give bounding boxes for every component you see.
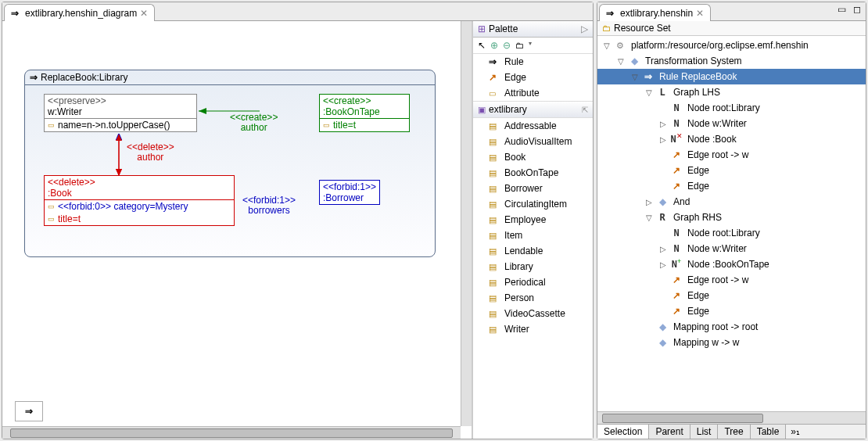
bottom-tab-parent[interactable]: Parent [649, 425, 690, 439]
tree-label: Edge [685, 164, 712, 177]
tree-row[interactable]: ▷And [597, 194, 866, 210]
editor-tabbar: extlibrary.henshin_diagram ✕ [2, 2, 593, 21]
palette-class-writer[interactable]: Writer [473, 321, 593, 337]
tree-row[interactable]: Edge [597, 288, 866, 303]
tree-label: And [671, 195, 692, 208]
attr-category: <<forbid:0>> category=Mystery [58, 201, 188, 212]
model-tree[interactable]: ▽platform:/resource/org.eclipse.emf.hens… [597, 36, 866, 411]
horizontal-scrollbar[interactable] [2, 426, 461, 439]
tree-row[interactable]: Edge [597, 303, 866, 319]
tab-diagram[interactable]: extlibrary.henshin_diagram ✕ [4, 4, 155, 21]
tree-horizontal-scrollbar[interactable] [597, 411, 866, 424]
diagram-canvas[interactable]: ReplaceBook:Library <<preserve>> w:Write… [2, 21, 472, 439]
tree-row[interactable]: Edge root -> w [597, 272, 866, 288]
tree-row[interactable]: ▽Rule ReplaceBook [597, 69, 866, 84]
node-label: :Book [48, 188, 231, 199]
palette-collapse-icon[interactable]: ▷ [581, 23, 588, 34]
palette-tool-edge[interactable]: Edge [473, 70, 593, 85]
tree-row[interactable]: ▽LGraph LHS [597, 84, 866, 100]
bottom-tab-selection[interactable]: Selection [597, 425, 649, 439]
dropdown-icon[interactable]: ▾ [529, 40, 532, 51]
palette-tool-attribute[interactable]: Attribute [473, 85, 593, 101]
resource-set-icon [602, 23, 611, 34]
tree-twisty-icon[interactable]: ▷ [658, 260, 668, 269]
node-writer[interactable]: <<preserve>> w:Writer name=n->n.toUpperC… [44, 94, 197, 132]
tree-twisty-icon[interactable]: ▽ [616, 57, 626, 66]
palette-class-borrower[interactable]: Borrower [473, 181, 593, 196]
tree-row[interactable]: Mapping w -> w [597, 335, 866, 350]
diagram-editor-view: extlibrary.henshin_diagram ✕ ReplaceBook… [2, 2, 594, 439]
palette-class-lendable[interactable]: Lendable [473, 243, 593, 259]
tree-twisty-icon[interactable]: ▽ [644, 213, 654, 222]
select-tool-icon[interactable]: ↖ [478, 40, 486, 51]
palette-class-addressable[interactable]: Addressable [473, 118, 593, 134]
tree-label: Node root:Library [685, 102, 762, 114]
bottom-tabs-overflow[interactable]: »₁ [786, 425, 805, 439]
palette-class-employee[interactable]: Employee [473, 212, 593, 228]
node-bookontape[interactable]: <<create>> :BookOnTape title=t [319, 94, 410, 132]
tab-label: extlibrary.henshin_diagram [25, 8, 137, 19]
tree-row[interactable]: ▽Transformation System [597, 53, 866, 69]
palette-class-bookontape[interactable]: BookOnTape [473, 165, 593, 181]
tree-twisty-icon[interactable]: ▷ [658, 135, 668, 144]
rule-container[interactable]: ReplaceBook:Library <<preserve>> w:Write… [24, 70, 436, 257]
tab-close-icon[interactable]: ✕ [140, 8, 148, 19]
tree-twisty-icon[interactable]: ▷ [658, 120, 668, 128]
tree-label: Rule ReplaceBook [657, 70, 739, 83]
node-borrower[interactable]: <<forbid:1>> :Borrower [319, 180, 380, 205]
node-book[interactable]: <<delete>> :Book <<forbid:0>> category=M… [44, 175, 235, 226]
tree-row[interactable]: Edge [597, 178, 866, 194]
pin-icon[interactable]: ⇱ [582, 106, 588, 114]
palette-toolbar: ↖ ⊕ ⊖ ▾ [473, 38, 593, 54]
tree-row[interactable]: ▷N+Node :BookOnTape [597, 256, 866, 272]
diagram-thumbnail[interactable] [15, 401, 43, 421]
palette-class-item[interactable]: Item [473, 228, 593, 243]
tree-row[interactable]: Mapping root -> root [597, 319, 866, 335]
palette-class-label: Periodical [504, 277, 546, 288]
zoom-in-icon[interactable]: ⊕ [490, 40, 498, 51]
tree-twisty-icon[interactable]: ▷ [644, 198, 654, 206]
palette-class-circulatingitem[interactable]: CirculatingItem [473, 196, 593, 212]
palette-class-videocassette[interactable]: VideoCassette [473, 306, 593, 321]
class-icon [489, 292, 500, 303]
tree-twisty-icon[interactable]: ▽ [602, 41, 612, 50]
tree-row[interactable]: ▷NNode w:Writer [597, 116, 866, 131]
palette-class-label: CirculatingItem [504, 199, 567, 210]
tree-twisty-icon[interactable]: ▽ [630, 73, 640, 81]
zoom-out-icon[interactable]: ⊖ [503, 40, 511, 51]
tab-henshin[interactable]: extlibrary.henshin ✕ [599, 4, 711, 21]
bottom-tab-tree[interactable]: Tree [718, 425, 750, 439]
tab-close-icon[interactable]: ✕ [696, 8, 704, 19]
tree-label: Edge [685, 180, 712, 192]
palette-tool-rule[interactable]: Rule [473, 54, 593, 70]
tree-label: Graph LHS [671, 86, 723, 99]
minimize-icon[interactable]: ▭ [836, 4, 847, 15]
class-icon [489, 152, 500, 163]
vertical-scrollbar[interactable] [461, 21, 472, 426]
rule-title: ReplaceBook:Library [41, 72, 127, 83]
tree-row[interactable]: Edge [597, 163, 866, 178]
palette-class-library[interactable]: Library [473, 259, 593, 274]
tree-row[interactable]: ▷N✕Node :Book [597, 131, 866, 147]
tree-twisty-icon[interactable]: ▷ [658, 245, 668, 253]
node-label: :Borrower [323, 192, 376, 203]
tree-twisty-icon[interactable]: ▽ [644, 88, 654, 97]
stereo-delete: <<delete>> [48, 177, 231, 188]
tree-row[interactable]: NNode root:Library [597, 100, 866, 116]
tree-row[interactable]: ▽RGraph RHS [597, 210, 866, 225]
palette-class-periodical[interactable]: Periodical [473, 274, 593, 290]
arrow-icon [25, 406, 33, 417]
palette-class-person[interactable]: Person [473, 290, 593, 306]
class-icon [489, 277, 500, 288]
palette-class-book[interactable]: Book [473, 149, 593, 165]
tree-row[interactable]: NNode root:Library [597, 225, 866, 241]
tree-row[interactable]: Edge root -> w [597, 147, 866, 163]
bottom-tab-list[interactable]: List [690, 425, 719, 439]
tree-row[interactable]: ▽platform:/resource/org.eclipse.emf.hens… [597, 38, 866, 53]
folder-tool-icon[interactable] [515, 40, 524, 51]
palette-class-audiovisualitem[interactable]: AudioVisualItem [473, 134, 593, 149]
bottom-tab-table[interactable]: Table [751, 425, 787, 439]
tree-row[interactable]: ▷NNode w:Writer [597, 241, 866, 256]
maximize-icon[interactable]: ◻ [852, 4, 863, 15]
stereo-forbid: <<forbid:1>> [323, 181, 376, 192]
